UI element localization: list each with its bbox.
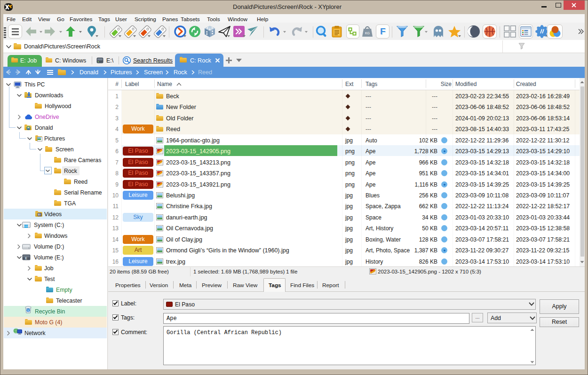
svg-text:E: E	[25, 257, 27, 260]
svg-text:KG: KG	[365, 31, 370, 35]
